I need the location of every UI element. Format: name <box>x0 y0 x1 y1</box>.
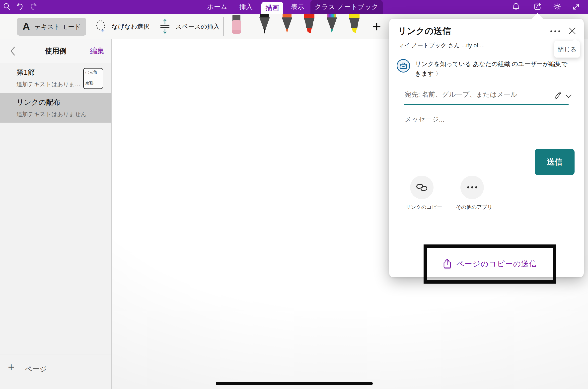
tab-insert[interactable]: 挿入 <box>236 0 256 14</box>
settings-gear-icon[interactable] <box>552 2 562 12</box>
text-mode-label: テキスト モード <box>34 23 80 31</box>
fullscreen-expand-icon[interactable] <box>571 2 581 12</box>
lasso-icon <box>95 19 108 33</box>
organization-briefcase-icon <box>397 59 410 73</box>
lasso-label: なげなわ選択 <box>112 22 149 31</box>
tab-home[interactable]: ホーム <box>205 0 230 14</box>
text-mode-a-icon: A <box>22 21 30 33</box>
more-apps-label: その他のアプリ <box>456 204 488 211</box>
send-page-copy-annotation-box[interactable]: ページのコピーの送信 <box>424 244 556 284</box>
thumbnail-handwriting: 余割. <box>85 80 94 86</box>
page-list-item-selected[interactable]: リンクの配布 追加テキストはありません <box>0 93 111 123</box>
tab-class-notebook[interactable]: クラス ノートブック <box>310 0 383 14</box>
message-input-wrapper <box>404 115 559 124</box>
recipient-input[interactable] <box>404 90 545 99</box>
text-mode-button[interactable]: A テキスト モード <box>17 18 86 36</box>
tab-view[interactable]: 表示 <box>287 0 308 14</box>
insert-space-label: スペースの挿入 <box>175 22 220 31</box>
plus-icon: + <box>8 361 14 373</box>
toolbar-divider <box>251 17 251 36</box>
close-icon[interactable] <box>567 25 578 37</box>
recipient-underline <box>404 104 569 105</box>
tooltip-tail <box>572 38 578 44</box>
notifications-bell-icon[interactable] <box>511 2 521 12</box>
insert-space-button[interactable]: スペースの挿入 <box>158 14 220 39</box>
orange-pen-tool[interactable] <box>280 14 294 35</box>
page-list-item[interactable]: 第1節 追加テキストはありま… 〇三角 余割. <box>0 63 111 93</box>
home-indicator-bar[interactable] <box>216 382 373 385</box>
recipient-input-wrapper <box>404 90 544 99</box>
lasso-select-button[interactable]: なげなわ選択 <box>95 14 149 39</box>
toolbar-divider <box>223 17 224 36</box>
eraser-tool[interactable] <box>231 15 242 35</box>
copy-link-label: リンクのコピー <box>406 204 438 211</box>
close-tooltip: 閉じる <box>554 41 580 58</box>
redo-icon[interactable] <box>28 2 38 12</box>
page-subtitle: 追加テキストはありません <box>16 110 86 118</box>
more-apps-ellipsis-icon <box>460 176 484 199</box>
copy-link-icon <box>410 176 434 199</box>
send-button[interactable]: 送信 <box>535 149 575 175</box>
chevron-right-icon: 〉 <box>436 70 442 77</box>
page-title: リンクの配布 <box>16 97 61 107</box>
undo-icon[interactable] <box>15 2 25 12</box>
message-input[interactable] <box>404 115 560 124</box>
send-page-copy-label: ページのコピーの送信 <box>456 259 537 269</box>
black-pen-tool[interactable] <box>257 14 272 35</box>
sidebar-header: 使用例 編集 <box>0 39 111 63</box>
red-highlighter-tool[interactable] <box>302 14 317 35</box>
chevron-down-icon[interactable] <box>564 92 573 100</box>
notebook-subtitle: マイ ノートブック さん ...ity of ... <box>398 42 485 49</box>
onenote-app-window: ホーム 挿入 描画 表示 クラス ノートブック A テキスト モード なげなわ選… <box>0 0 588 389</box>
page-list-sidebar: 使用例 編集 第1節 追加テキストはありま… 〇三角 余割. リンクの配布 追加… <box>0 39 112 389</box>
copy-link-action[interactable]: リンクのコピー <box>406 176 438 211</box>
search-icon[interactable] <box>2 2 12 12</box>
insert-space-icon <box>158 19 171 34</box>
page-thumbnail: 〇三角 余割. <box>83 68 103 89</box>
page-subtitle: 追加テキストはありま… <box>16 80 80 88</box>
more-options-icon[interactable] <box>549 26 562 36</box>
thumbnail-handwriting: 〇三角 <box>85 70 97 76</box>
dialog-callout-arrow <box>532 13 543 19</box>
tooltip-text: 閉じる <box>558 45 577 54</box>
add-page-label: ページ <box>25 364 47 374</box>
yellow-highlighter-tool[interactable] <box>347 14 362 35</box>
dialog-title: リンクの送信 <box>398 25 451 37</box>
add-pen-button[interactable]: + <box>369 14 384 39</box>
edit-button[interactable]: 編集 <box>90 39 104 63</box>
page-title: 第1節 <box>16 68 35 78</box>
add-page-button[interactable]: + ページ <box>0 355 111 389</box>
send-page-copy-icon <box>442 258 452 270</box>
rainbow-pen-tool[interactable] <box>324 14 339 35</box>
tab-draw[interactable]: 描画 <box>261 2 283 14</box>
edit-permission-pencil-icon[interactable] <box>553 90 563 101</box>
share-icon[interactable] <box>532 2 542 12</box>
permission-description: リンクを知っている あなたの組織 のユーザーが編集できます 〉 <box>415 59 570 78</box>
top-app-bar: ホーム 挿入 描画 表示 クラス ノートブック <box>0 0 588 14</box>
more-apps-action[interactable]: その他のアプリ <box>456 176 488 211</box>
send-link-dialog: リンクの送信 マイ ノートブック さん ...ity of ... 閉じる リン… <box>389 19 584 277</box>
link-permission-row[interactable]: リンクを知っている あなたの組織 のユーザーが編集できます 〉 <box>397 59 576 78</box>
